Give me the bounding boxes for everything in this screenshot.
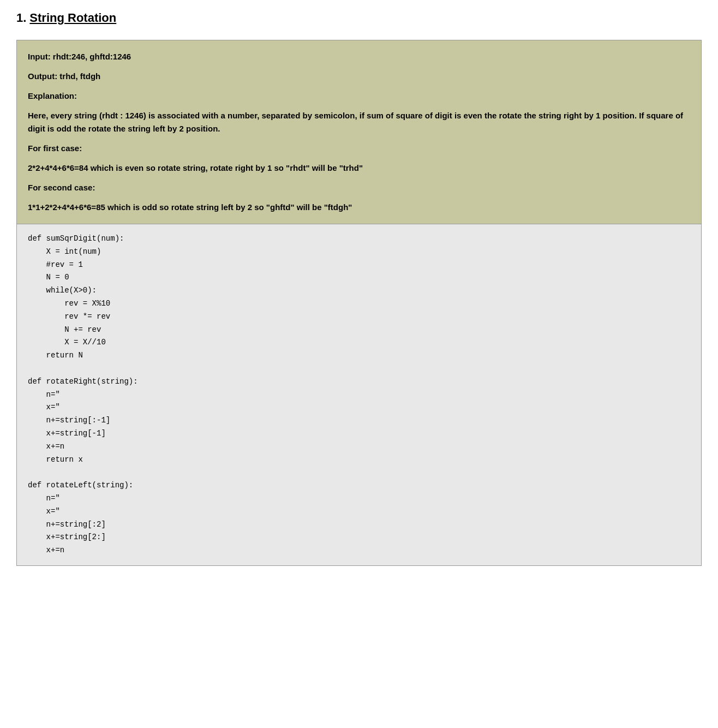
- explanation-body: Here, every string (rhdt : 1246) is asso…: [28, 109, 690, 135]
- first-case-body: 2*2+4*4+6*6=84 which is even so rotate s…: [28, 162, 690, 175]
- second-case-body: 1*1+2*2+4*4+6*6=85 which is odd so rotat…: [28, 201, 690, 214]
- output-line: Output: trhd, ftdgh: [28, 70, 690, 83]
- explanation-label: Explanation:: [28, 89, 690, 103]
- page-title: String Rotation: [29, 11, 116, 25]
- second-case-label: For second case:: [28, 181, 690, 194]
- first-case-label: For first case:: [28, 142, 690, 155]
- input-line: Input: rhdt:246, ghftd:1246: [28, 50, 690, 63]
- code-block: def sumSqrDigit(num): X = int(num) #rev …: [16, 224, 702, 566]
- explanation-box: Input: rhdt:246, ghftd:1246 Output: trhd…: [16, 40, 702, 224]
- section-number: 1.: [16, 11, 26, 25]
